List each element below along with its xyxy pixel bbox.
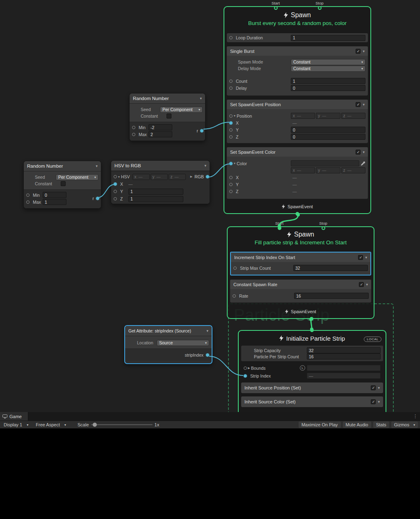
block-enabled-checkbox[interactable]: ✓ bbox=[359, 282, 364, 287]
chevron-down-icon[interactable]: ▾ bbox=[200, 96, 202, 100]
increment-strip-index-block[interactable]: Increment Strip Index On Start ✓ ▾ Strip… bbox=[230, 252, 371, 275]
color-port[interactable] bbox=[229, 162, 233, 165]
constant-spawn-rate-block[interactable]: Constant Spawn Rate ✓ ▾ Rate 16 bbox=[230, 280, 371, 303]
max-field[interactable]: 2 bbox=[148, 131, 172, 137]
stop-flow-port[interactable] bbox=[322, 226, 325, 230]
block-header[interactable]: Inherit Source Position (Set) ✓ ▾ bbox=[241, 382, 383, 393]
scale-slider-knob[interactable] bbox=[93, 423, 97, 427]
local-space-icon[interactable]: L bbox=[300, 365, 305, 371]
hsv-y-port[interactable] bbox=[114, 190, 117, 193]
local-space-badge[interactable]: LOCAL bbox=[364, 337, 381, 342]
hsv-z-port[interactable] bbox=[114, 197, 117, 200]
block-enabled-checkbox[interactable]: ✓ bbox=[356, 150, 361, 155]
color-y-port[interactable] bbox=[229, 183, 233, 186]
chevron-down-icon[interactable]: ▾ bbox=[366, 282, 368, 287]
block-header[interactable]: Constant Spawn Rate ✓ ▾ bbox=[230, 280, 371, 289]
spawn-context-burst[interactable]: Start Stop Spawn Burst every second & ra… bbox=[224, 6, 371, 214]
mute-audio-button[interactable]: Mute Audio bbox=[343, 421, 371, 428]
gizmos-dropdown[interactable]: Gizmos▾ bbox=[391, 421, 418, 428]
get-attribute-stripindex-node[interactable]: Get Attribute: stripIndex (Source) ▾ Loc… bbox=[124, 325, 212, 364]
inherit-source-color-block[interactable]: Inherit Source Color (Set) ✓ ▾ bbox=[241, 396, 383, 407]
game-tab[interactable]: Game bbox=[0, 412, 28, 421]
single-burst-block[interactable]: Single Burst ✓ ▾ Spawn Mode Constant▾ De… bbox=[227, 46, 368, 96]
flow-input-port[interactable] bbox=[310, 328, 314, 332]
maximize-on-play-button[interactable]: Maximize On Play bbox=[299, 421, 341, 428]
set-spawnevent-position-block[interactable]: Set SpawnEvent Position ✓ ▾ ▼ Position x… bbox=[227, 100, 368, 143]
chevron-down-icon[interactable]: ▾ bbox=[363, 49, 365, 53]
chevron-down-icon[interactable]: ▾ bbox=[378, 400, 380, 404]
spawn-context-strip[interactable]: Start Stop Spawn Fill particle strip & I… bbox=[227, 226, 374, 319]
set-spawnevent-color-block[interactable]: Set SpawnEvent Color ✓ ▾ ▼ Color bbox=[227, 147, 368, 199]
block-enabled-checkbox[interactable]: ✓ bbox=[356, 49, 361, 54]
constant-checkbox[interactable] bbox=[167, 114, 171, 118]
output-port[interactable] bbox=[200, 129, 203, 132]
block-header[interactable]: Set SpawnEvent Color ✓ ▾ bbox=[227, 147, 368, 157]
scale-slider[interactable] bbox=[91, 424, 153, 425]
spawnevent-port[interactable] bbox=[310, 317, 313, 321]
chevron-down-icon[interactable]: ▾ bbox=[204, 164, 206, 168]
inherit-source-position-block[interactable]: Inherit Source Position (Set) ✓ ▾ bbox=[241, 382, 383, 393]
seed-dropdown[interactable]: Per Component▾ bbox=[160, 107, 203, 113]
count-port[interactable] bbox=[229, 80, 233, 83]
start-flow-anchor[interactable]: Start bbox=[267, 1, 284, 10]
color-swatch-field[interactable] bbox=[291, 160, 359, 166]
location-dropdown[interactable]: Source▾ bbox=[157, 340, 209, 346]
position-port[interactable] bbox=[229, 114, 233, 118]
chevron-down-icon[interactable]: ▾ bbox=[363, 102, 365, 107]
position-z-field[interactable]: 0 bbox=[291, 134, 365, 140]
initialize-particle-strip-context[interactable]: Initialize Particle Strip LOCAL Strip Ca… bbox=[238, 330, 386, 412]
position-y-port[interactable] bbox=[229, 128, 233, 132]
position-y-field[interactable]: 0 bbox=[291, 127, 365, 133]
block-header[interactable]: Inherit Source Color (Set) ✓ ▾ bbox=[241, 396, 383, 407]
eyedropper-icon[interactable] bbox=[361, 161, 365, 166]
delay-port[interactable] bbox=[229, 86, 233, 90]
random-number-node-2[interactable]: Random Number ▾ Seed Per Component▾ Cons… bbox=[23, 161, 101, 209]
block-header[interactable]: Set SpawnEvent Position ✓ ▾ bbox=[227, 100, 368, 109]
node-header[interactable]: Random Number ▾ bbox=[130, 93, 205, 104]
start-flow-anchor[interactable]: Start bbox=[271, 221, 288, 230]
bounds-field[interactable] bbox=[307, 365, 381, 371]
start-flow-port[interactable] bbox=[274, 6, 278, 10]
stop-flow-anchor[interactable]: Stop bbox=[311, 1, 328, 10]
min-field[interactable]: 0 bbox=[43, 192, 66, 198]
spawn-mode-dropdown[interactable]: Constant▾ bbox=[291, 59, 365, 65]
start-flow-port[interactable] bbox=[278, 226, 281, 230]
color-z-port[interactable] bbox=[229, 190, 233, 193]
stop-flow-anchor[interactable]: Stop bbox=[315, 221, 331, 230]
delay-mode-dropdown[interactable]: Constant▾ bbox=[291, 66, 365, 72]
bounds-port[interactable] bbox=[244, 366, 247, 370]
count-field[interactable]: 1 bbox=[291, 78, 365, 84]
tab-options-icon[interactable]: ⋮ bbox=[411, 412, 420, 421]
output-port[interactable] bbox=[96, 197, 99, 200]
chevron-down-icon[interactable]: ▾ bbox=[206, 329, 208, 333]
block-enabled-checkbox[interactable]: ✓ bbox=[371, 399, 376, 404]
max-field[interactable]: 1 bbox=[43, 199, 66, 205]
aspect-ratio-dropdown[interactable]: Free Aspect▾ bbox=[32, 421, 70, 428]
expand-icon[interactable]: ▼ bbox=[233, 114, 237, 117]
stripindex-output[interactable]: stripIndex bbox=[125, 351, 212, 360]
strip-capacity-field[interactable]: 32 bbox=[307, 347, 381, 353]
node-header[interactable]: Get Attribute: stripIndex (Source) ▾ bbox=[125, 326, 212, 336]
block-enabled-checkbox[interactable]: ✓ bbox=[356, 102, 361, 107]
hsv-to-rgb-node[interactable]: HSV to RGB ▾ ▼ HSV x— y— z— X — Y bbox=[111, 160, 210, 204]
random-output[interactable]: r bbox=[197, 128, 204, 133]
seed-dropdown[interactable]: Per Component▾ bbox=[56, 174, 98, 180]
collapsed-icon[interactable]: ▶ bbox=[247, 366, 251, 370]
min-port[interactable] bbox=[26, 193, 30, 197]
chevron-down-icon[interactable]: ▾ bbox=[363, 150, 365, 154]
loop-duration-field[interactable]: 1 bbox=[291, 35, 365, 41]
strip-index-port[interactable] bbox=[244, 374, 247, 378]
block-enabled-checkbox[interactable]: ✓ bbox=[358, 255, 363, 260]
hsv-port[interactable] bbox=[114, 175, 117, 178]
chevron-down-icon[interactable]: ▾ bbox=[96, 164, 98, 168]
output-port[interactable] bbox=[206, 353, 209, 357]
hsv-z-field[interactable]: 1 bbox=[128, 196, 183, 202]
block-header[interactable]: Increment Strip Index On Start ✓ ▾ bbox=[231, 253, 370, 262]
chevron-down-icon[interactable]: ▾ bbox=[378, 386, 380, 390]
hsv-x-port[interactable] bbox=[114, 182, 117, 186]
min-field[interactable]: -2 bbox=[148, 124, 172, 130]
output-port[interactable] bbox=[206, 175, 209, 178]
rate-field[interactable]: 16 bbox=[294, 293, 369, 299]
strip-max-count-field[interactable]: 32 bbox=[293, 265, 368, 271]
hsv-y-field[interactable]: 1 bbox=[128, 189, 183, 195]
